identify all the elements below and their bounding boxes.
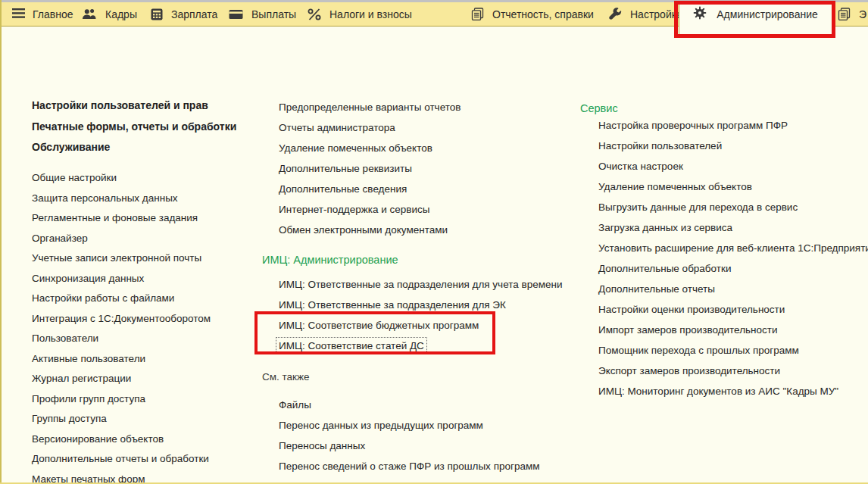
menu-item[interactable]: Отчеты администратора: [279, 117, 461, 138]
menu-item[interactable]: ИМЦ: Соответствие бюджетных программ: [279, 315, 562, 336]
menu-item[interactable]: Синхронизация данных: [32, 269, 211, 289]
menu-item[interactable]: Профили групп доступа: [32, 389, 211, 410]
menu-item-label: Удаление помеченных объектов: [279, 142, 432, 154]
menu-item[interactable]: Версионирование объектов: [32, 429, 211, 450]
tab-partial[interactable]: Э: [838, 2, 866, 26]
menu-item-label: ИМЦ: Ответственные за подразделения для …: [279, 279, 562, 290]
tab-label: Настройка: [630, 8, 682, 20]
menu-item[interactable]: ИМЦ: Мониторинг документов из АИС "Кадры…: [598, 381, 868, 401]
menu-item[interactable]: Дополнительные отчеты: [598, 279, 868, 299]
left-column-bold-links: Настройки пользователей и правПечатные ф…: [32, 95, 236, 158]
menu-item[interactable]: Настройки работы с файлами: [32, 289, 211, 309]
tab-otchetnost-spravki[interactable]: Отчетность, справки: [471, 2, 594, 26]
tab-administrirovanie[interactable]: Администрирование: [679, 2, 832, 36]
menu-item-label: Журнал регистрации: [32, 373, 131, 384]
menu-item-label: ИМЦ: Мониторинг документов из АИС "Кадры…: [598, 386, 838, 397]
menu-item[interactable]: Группы доступа: [32, 409, 211, 429]
menu-item-label: Выгрузить данные для перехода в сервис: [598, 201, 798, 213]
see-also-section-links: ФайлыПеренос данных из предыдущих програ…: [279, 395, 539, 484]
menu-item[interactable]: Загрузка данных из сервиса: [598, 217, 868, 238]
menu-item[interactable]: Удаление помеченных объектов: [279, 138, 461, 158]
percent-icon: [308, 8, 321, 20]
menu-item-label: Настройка проверочных программ ПФР: [598, 120, 788, 131]
tab-label: Э: [859, 8, 866, 20]
menu-item[interactable]: Учетные записи электронной почты: [32, 248, 211, 269]
menu-item-label: Экспорт замеров производительности: [598, 365, 780, 376]
menu-item[interactable]: Предопределенные варианты отчетов: [279, 97, 461, 117]
menu-item[interactable]: Экспорт замеров производительности: [598, 361, 868, 381]
menu-item[interactable]: Очистка настроек: [598, 156, 868, 176]
menu-item[interactable]: Импорт замеров производительности: [598, 320, 868, 340]
menu-item[interactable]: Активные пользователи: [32, 349, 211, 370]
menu-item-label: Обслуживание: [32, 141, 110, 153]
menu-item[interactable]: Перенос данных из предыдущих программ: [279, 415, 539, 436]
menu-item-label: Активные пользователи: [32, 353, 145, 364]
menu-item[interactable]: Защита персональных данных: [32, 189, 211, 209]
menu-item[interactable]: Помощник перехода с прошлых программ: [598, 340, 868, 361]
people-icon: [82, 8, 97, 20]
menu-item[interactable]: Дополнительные сведения: [279, 179, 461, 199]
menu-item-label: Установить расширение для веб-клиента 1С…: [598, 242, 868, 254]
menu-item-label: Настройки пользователей: [598, 140, 722, 151]
menu-item[interactable]: Регламентные и фоновые задания: [32, 208, 211, 229]
menu-item[interactable]: Настройки оценки производительности: [598, 299, 868, 320]
menu-item[interactable]: ИМЦ: Ответственные за подразделения для …: [279, 274, 562, 295]
tab-label: Главное: [33, 8, 73, 20]
menu-item-label: Настройки работы с файлами: [32, 292, 174, 304]
menu-item[interactable]: Настройка проверочных программ ПФР: [598, 115, 868, 136]
menu-item-label: Предопределенные варианты отчетов: [279, 101, 461, 113]
menu-item-label: Интернет-поддержка и сервисы: [279, 204, 429, 215]
menu-item[interactable]: Обмен электронными документами: [279, 220, 461, 240]
wrench-icon: [609, 8, 622, 20]
window-top-edge: [0, 0, 868, 2]
menu-item[interactable]: ИМЦ: Соответствие статей ДС: [279, 336, 562, 356]
tab-zarplata[interactable]: Зарплата: [151, 2, 217, 26]
menu-item[interactable]: Установить расширение для веб-клиента 1С…: [598, 238, 868, 258]
menu-item[interactable]: Пользователи: [32, 329, 211, 349]
tab-kadry[interactable]: Кадры: [82, 2, 137, 26]
menu-item[interactable]: Дополнительные отчеты и обработки: [32, 449, 211, 470]
menu-item-label: Настройки пользователей и прав: [32, 99, 208, 111]
menu-item-label: Удаление помеченных объектов: [598, 181, 752, 192]
menu-item[interactable]: Переносы данных: [279, 436, 539, 456]
menu-item[interactable]: Дополнительные реквизиты: [279, 158, 461, 179]
tab-nalogi-i-vznosy[interactable]: Налоги и взносы: [308, 2, 412, 26]
window-left-edge: [0, 0, 2, 484]
menu-item[interactable]: Дополнительные обработки: [598, 258, 868, 279]
menu-item[interactable]: Общие настройки: [32, 168, 211, 189]
menu-item-label: Обмен электронными документами: [279, 224, 448, 236]
documents-icon: [838, 8, 851, 20]
hamburger-menu-button[interactable]: [12, 2, 25, 26]
menu-item[interactable]: ИМЦ: Ответственные за подразделения для …: [279, 295, 562, 315]
menu-item-label: Группы доступа: [32, 413, 107, 424]
tab-nastroyka[interactable]: Настройка: [609, 2, 682, 26]
menu-item[interactable]: Настройки пользователей: [598, 136, 868, 156]
menu-item-label: Перенос сведений о стаже ПФР из прошлых …: [279, 461, 539, 472]
menu-item-label: Переносы данных: [279, 440, 365, 451]
menu-item[interactable]: Файлы: [279, 395, 539, 415]
menu-item[interactable]: Обслуживание: [32, 137, 236, 158]
menu-item-label: ИМЦ: Соответствие бюджетных программ: [279, 320, 479, 331]
menu-item-label: Помощник перехода с прошлых программ: [598, 345, 799, 356]
tab-glavnoe[interactable]: Главное: [33, 2, 73, 26]
menu-item[interactable]: Выгрузить данные для перехода в сервис: [598, 197, 868, 217]
menu-item-label: Печатные формы, отчеты и обработки: [32, 120, 236, 133]
tab-label: Зарплата: [171, 8, 217, 20]
menu-item-label: Дополнительные отчеты и обработки: [32, 453, 209, 464]
menu-item[interactable]: Удаление помеченных объектов: [598, 176, 868, 197]
menu-item[interactable]: Печатные формы, отчеты и обработки: [32, 117, 236, 138]
menu-item-label: Учетные записи электронной почты: [32, 252, 201, 264]
menu-item[interactable]: Органайзер: [32, 229, 211, 249]
menu-item[interactable]: Интернет-поддержка и сервисы: [279, 199, 461, 220]
menu-item[interactable]: Журнал регистрации: [32, 369, 211, 389]
imts-section-links: ИМЦ: Ответственные за подразделения для …: [279, 274, 562, 356]
tab-vyplaty[interactable]: Выплаты: [229, 2, 296, 26]
menu-item[interactable]: Настройки пользователей и прав: [32, 95, 236, 117]
menu-item-label: Файлы: [279, 399, 311, 411]
menu-item-label: Версионирование объектов: [32, 433, 164, 445]
menu-item[interactable]: Перенос сведений о стаже ПФР из прошлых …: [279, 456, 539, 476]
menu-item-label: Синхронизация данных: [32, 273, 144, 284]
section-header-imts-administrirovanie: ИМЦ: Администрирование: [262, 250, 398, 270]
menu-item-label: Настройки оценки производительности: [598, 304, 785, 315]
menu-item[interactable]: Интеграция с 1С:Документооборотом: [32, 309, 211, 329]
